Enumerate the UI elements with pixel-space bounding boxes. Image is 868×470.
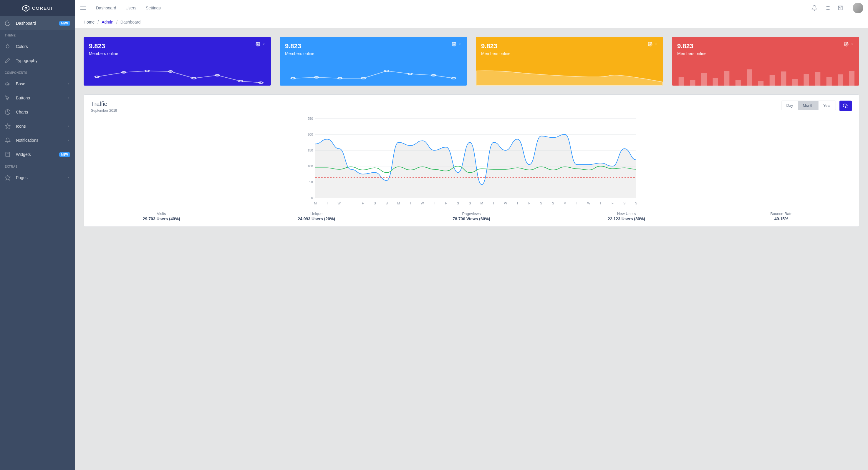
stat-value: 78.706 Views (60%) [396,216,547,221]
svg-text:M: M [397,201,400,205]
svg-text:T: T [326,201,328,205]
svg-text:T: T [409,201,412,205]
sidebar-item-notifications[interactable]: Notifications [0,133,75,147]
svg-text:200: 200 [308,133,313,136]
sidebar-item-label: Typography [16,58,70,63]
svg-text:M: M [563,201,566,205]
sidebar-item-buttons[interactable]: Buttons [0,91,75,105]
svg-text:W: W [421,201,424,205]
breadcrumb-home[interactable]: Home [84,20,94,25]
svg-point-22 [257,43,258,45]
svg-rect-52 [792,79,798,86]
sidebar-item-label: Icons [16,124,67,129]
drop-icon [5,43,10,49]
brand-text: COREUI [32,6,53,10]
svg-text:T: T [433,201,435,205]
svg-text:F: F [445,201,447,205]
bell-icon [5,137,10,143]
traffic-panel: Traffic September 2019 DayMonthYear 0501… [84,94,859,227]
card-label: Members online [89,51,266,56]
card-settings-button[interactable] [452,42,462,46]
chevron-left-icon [67,97,70,99]
gear-icon [255,42,260,46]
svg-text:M: M [480,201,483,205]
svg-text:T: T [517,201,519,205]
card-spark [476,65,663,86]
envelope-icon[interactable] [837,5,843,11]
menu-toggle-icon[interactable] [80,4,87,11]
star-icon [5,123,10,129]
svg-rect-4 [6,153,9,157]
gear-icon [648,42,652,46]
svg-text:S: S [374,201,376,205]
card-spark [280,65,467,86]
svg-text:F: F [362,201,364,205]
sidebar-item-icons[interactable]: Icons [0,119,75,133]
sidebar-item-dashboard[interactable]: DashboardNEW [0,16,75,30]
card-value: 9.823 [677,42,854,50]
stat-card-0: 9.823 Members online [84,37,271,86]
sidebar-item-label: Buttons [16,96,67,100]
card-label: Members online [677,51,854,56]
card-settings-button[interactable] [844,42,855,46]
sidebar-item-colors[interactable]: Colors [0,39,75,54]
pencil-icon [5,58,10,64]
topnav-settings[interactable]: Settings [146,6,161,10]
breadcrumb-admin[interactable]: Admin [101,20,113,25]
card-spark [672,65,859,86]
svg-text:T: T [493,201,495,205]
chevron-down-icon [850,42,855,46]
brand-logo[interactable]: COREUI [0,0,75,16]
gear-icon [844,42,848,46]
list-icon[interactable] [825,5,830,11]
topnav-users[interactable]: Users [126,6,136,10]
stat-value: 24.093 Users (20%) [241,216,391,221]
stat-card-1: 9.823 Members online [280,37,467,86]
sidebar-item-label: Dashboard [16,21,59,26]
svg-rect-55 [827,77,832,86]
sidebar-group-title: EXTRAS [0,162,75,171]
svg-text:S: S [386,201,388,205]
svg-point-1 [25,7,27,9]
sidebar-item-pages[interactable]: Pages [0,171,75,185]
card-settings-button[interactable] [255,42,266,46]
svg-text:T: T [576,201,578,205]
svg-text:W: W [587,201,590,205]
download-button[interactable] [839,101,852,111]
card-settings-button[interactable] [648,42,658,46]
card-label: Members online [481,51,658,56]
sidebar-item-label: Pages [16,175,67,180]
stat-label: Visits [86,211,237,216]
stat-value: 22.123 Users (80%) [551,216,701,221]
star-icon [5,175,10,180]
range-day[interactable]: Day [781,101,798,110]
stat-label: Bounce Rate [706,211,857,216]
sidebar-item-label: Widgets [16,152,59,157]
sidebar-item-typography[interactable]: Typography [0,54,75,68]
breadcrumb-current: Dashboard [120,20,141,25]
avatar[interactable] [853,3,863,13]
bell-icon[interactable] [811,5,817,11]
stat-label: Unique [241,211,391,216]
cloud-download-icon [843,103,848,108]
sidebar-item-charts[interactable]: Charts [0,105,75,119]
gear-icon [452,42,456,46]
traffic-title: Traffic [91,101,117,107]
sidebar-item-base[interactable]: Base [0,77,75,91]
range-year[interactable]: Year [818,101,836,110]
card-value: 9.823 [481,42,658,50]
breadcrumb: Home / Admin / Dashboard [75,16,868,28]
sidebar-item-label: Base [16,81,67,86]
stat-visits: Visits29.703 Users (40%) [84,208,239,227]
range-month[interactable]: Month [798,101,818,110]
stat-card-2: 9.823 Members online [476,37,663,86]
svg-rect-45 [713,78,718,86]
sidebar-item-widgets[interactable]: WidgetsNEW [0,147,75,162]
topnav-dashboard[interactable]: Dashboard [96,6,116,10]
svg-rect-44 [701,73,707,86]
stat-unique: Unique24.093 Users (20%) [239,208,394,227]
svg-text:S: S [552,201,554,205]
svg-rect-49 [758,81,764,86]
svg-rect-57 [849,71,855,86]
chart-icon [5,109,10,115]
